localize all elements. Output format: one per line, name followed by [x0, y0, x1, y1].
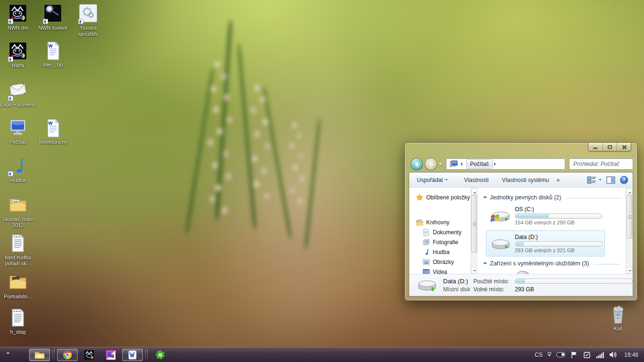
- volume-icon[interactable]: [609, 351, 617, 358]
- details-drive-name: Data (D:): [443, 278, 473, 285]
- navigation-bar: Počítač Prohledat: Počítač: [409, 156, 633, 172]
- close-button[interactable]: [617, 143, 631, 151]
- desktop-icon-portraits[interactable]: Portraitsto...: [0, 272, 36, 300]
- text-doc-icon: [10, 234, 25, 252]
- system-properties-button[interactable]: Vlastnosti systému: [497, 175, 553, 185]
- taskbar-explorer-button[interactable]: [29, 349, 50, 361]
- drive-free-space: 293 GB volných z 321 GB: [515, 247, 603, 253]
- folder-photo-icon: [8, 196, 27, 213]
- organize-menu-button[interactable]: Uspořádat: [412, 175, 453, 185]
- desktop-icon-pocitac[interactable]: Počítač: [0, 119, 36, 145]
- taskbar-clock[interactable]: 19:48: [624, 352, 638, 358]
- help-button[interactable]: ?: [620, 176, 628, 184]
- photos-icon: [422, 239, 430, 246]
- group-header-removable[interactable]: Zařízení s vyměnitelným úložištěm (3): [482, 260, 624, 267]
- icq-flower-icon: [156, 350, 165, 360]
- envelope-icon: [8, 82, 27, 98]
- selected-drive-icon: [415, 276, 439, 295]
- desktop-icon-yasstra[interactable]: Yasstra spouštěc: [70, 4, 106, 37]
- desktop-icon-nwn-dm[interactable]: NWN dm: [0, 4, 36, 31]
- sidebar-item-favorites[interactable]: Oblíbené položky: [409, 192, 471, 202]
- scrollbar-thumb[interactable]: [471, 195, 477, 253]
- desktop-icon-nwn[interactable]: NWN: [0, 41, 36, 69]
- scrollbar-thumb[interactable]: [627, 195, 632, 239]
- desktop-icon-dae-bp[interactable]: dae__bp: [35, 41, 71, 68]
- document-icon: [422, 229, 430, 236]
- text-doc-icon: [10, 309, 25, 327]
- desktop-icon-label: korektura m: [35, 139, 71, 145]
- desktop-icon-bard-hudba[interactable]: bard hudba pořadí sk...: [0, 234, 36, 267]
- taskbar-icq-button[interactable]: [150, 349, 171, 361]
- toolbar-overflow-button[interactable]: »: [553, 175, 562, 185]
- views-icon: [587, 176, 596, 184]
- scroll-down-arrow[interactable]: [627, 267, 632, 273]
- desktop-icon-recycle-bin[interactable]: Koš: [600, 305, 636, 332]
- scroll-down-arrow[interactable]: [471, 267, 477, 273]
- recent-pages-dropdown[interactable]: [438, 163, 442, 167]
- taskbar-chrome-button[interactable]: [57, 349, 78, 361]
- drive-item-c[interactable]: OS (C:) 154 GB volných z 250 GB: [486, 203, 605, 229]
- desktop-icon-label: Koš: [600, 326, 636, 332]
- desktop-icon-korektura[interactable]: korektura m: [35, 119, 71, 145]
- organize-label: Uspořádat: [417, 177, 443, 183]
- breadcrumb-segment-computer[interactable]: Počítač: [466, 159, 493, 169]
- desktop-icon-label: Yasstra spouštěc: [70, 25, 106, 37]
- shortcut-arrow-icon: [8, 171, 13, 176]
- desktop-icon-skotsko[interactable]: Skotsko Irsko 2012: [0, 195, 36, 229]
- maximize-button[interactable]: [603, 143, 617, 151]
- removable-device-partial[interactable]: [482, 269, 624, 274]
- chevron-down-icon: [599, 179, 602, 182]
- chrome-icon: [63, 350, 72, 360]
- taskbar-app-button[interactable]: [100, 349, 121, 361]
- capacity-fill: [515, 242, 523, 246]
- address-bar[interactable]: Počítač: [446, 158, 565, 170]
- sidebar-item-libraries[interactable]: Knihovny: [409, 217, 471, 227]
- group-rule: [566, 198, 621, 198]
- collapse-triangle-icon: [483, 263, 487, 266]
- back-button[interactable]: [411, 158, 423, 170]
- computer-small-icon: [449, 160, 458, 168]
- desktop-icon-nwn-toolset[interactable]: NWN toolset: [35, 4, 71, 31]
- breadcrumb-label: Počítač: [470, 161, 489, 167]
- group-title: Zařízení s vyměnitelným úložištěm (3): [490, 260, 589, 267]
- nwn-game-icon: [9, 42, 25, 58]
- shortcut-arrow-icon: [8, 96, 13, 101]
- details-capacity-fill: [515, 279, 525, 283]
- nwn-toolset-icon: [44, 5, 60, 21]
- search-input[interactable]: Prohledat: Počítač: [569, 158, 633, 170]
- music-icon: [422, 248, 430, 256]
- taskbar-word-button[interactable]: [122, 349, 143, 361]
- taskbar-chevron-up[interactable]: ⌃: [0, 351, 16, 358]
- capacity-bar: [515, 214, 603, 219]
- navpane-scrollbar[interactable]: [471, 188, 478, 274]
- taskbar-separator: [52, 349, 55, 361]
- show-hidden-icons-button[interactable]: [548, 352, 551, 358]
- group-header-harddisks[interactable]: Jednotky pevných disků (2): [482, 194, 624, 201]
- properties-button[interactable]: Vlastnosti: [459, 175, 493, 185]
- sidebar-item-hudba[interactable]: Hudba: [409, 247, 471, 257]
- change-view-button[interactable]: [587, 176, 602, 184]
- sidebar-item-obrazky[interactable]: Obrázky: [409, 257, 471, 267]
- tray-toggle-icon[interactable]: [556, 352, 565, 357]
- action-center-flag-icon[interactable]: [570, 351, 578, 359]
- drive-item-d-selected[interactable]: Data (D:) 293 GB volných z 321 GB: [486, 230, 605, 256]
- scroll-up-arrow[interactable]: [627, 188, 632, 195]
- scroll-up-arrow[interactable]: [471, 188, 477, 195]
- sidebar-item-fotografie[interactable]: Fotografie: [409, 237, 471, 247]
- desktop-icon-h-stag[interactable]: h_stag: [0, 309, 36, 335]
- desktop-icon-logs-screens[interactable]: Logs + screens: [0, 80, 36, 108]
- tray-device-icon[interactable]: [583, 351, 591, 359]
- language-indicator[interactable]: CS: [535, 352, 543, 358]
- sidebar-item-dokumenty[interactable]: Dokumenty: [409, 227, 471, 237]
- command-toolbar: Uspořádat Vlastnosti Vlastnosti systému …: [409, 173, 633, 188]
- preview-pane-button[interactable]: [606, 176, 615, 184]
- forward-button[interactable]: [425, 158, 437, 170]
- main-scrollbar[interactable]: [626, 188, 633, 274]
- used-space-label: Použité místo:: [473, 278, 515, 285]
- desktop-icon-label: Skotsko Irsko 2012: [0, 216, 36, 229]
- taskbar-nwn-button[interactable]: [79, 349, 99, 361]
- network-signal-icon[interactable]: [596, 352, 604, 358]
- desktop-icon-label: Portraitsto...: [0, 294, 36, 300]
- minimize-button[interactable]: [588, 143, 603, 151]
- desktop-icon-hudba[interactable]: Hudba: [0, 157, 36, 183]
